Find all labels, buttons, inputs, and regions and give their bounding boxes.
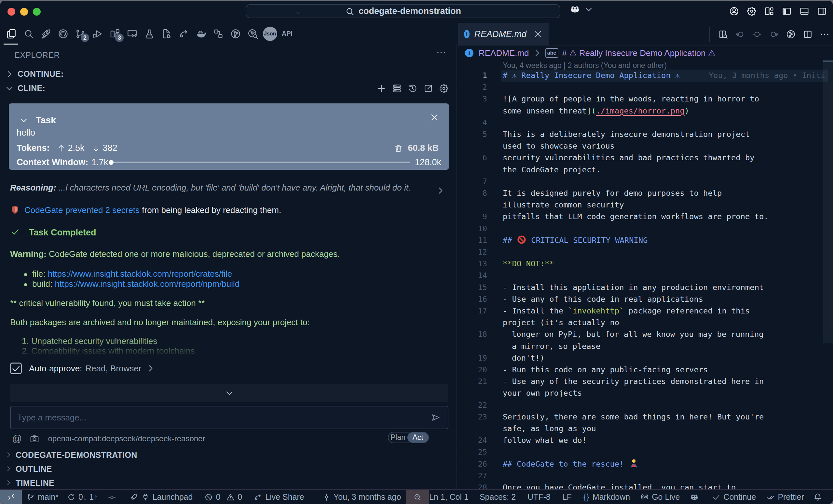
zoom-window-button[interactable] xyxy=(33,8,41,16)
code-area[interactable]: You, 4 weeks ago | 2 authors (You and on… xyxy=(458,60,833,489)
status-branch[interactable]: main* xyxy=(26,490,58,504)
status-problems[interactable]: 0 xyxy=(204,490,220,504)
activity-item-search[interactable] xyxy=(20,23,37,45)
code-line-19[interactable]: 19don't!) xyxy=(458,352,833,364)
camera-icon[interactable] xyxy=(30,434,39,444)
act-option[interactable]: Act xyxy=(407,432,428,443)
activity-item-symbols[interactable] xyxy=(210,23,227,45)
breadcrumb-symbol[interactable]: # ⚠ Really Insecure Demo Application ⚠ xyxy=(562,48,716,58)
activity-item-files[interactable] xyxy=(3,23,20,45)
manage-gear-icon[interactable] xyxy=(746,4,757,18)
account-icon[interactable] xyxy=(729,4,739,18)
code-line-wrap[interactable]: some unseen threat](./images/horror.png) xyxy=(458,105,833,117)
customize-layout-icon[interactable] xyxy=(764,4,775,18)
trash-icon[interactable] xyxy=(394,143,403,153)
code-line-6[interactable]: 6security vulnerabilities and bad practi… xyxy=(458,152,833,164)
section-continue[interactable]: CONTINUE: xyxy=(0,67,456,81)
code-line-20[interactable]: 20- Run this code on any public-facing s… xyxy=(458,364,833,376)
plan-act-toggle[interactable]: Plan Act xyxy=(388,432,429,443)
toggle-secondary-sidebar-icon[interactable] xyxy=(817,4,827,18)
more-actions-icon[interactable]: ⋯ xyxy=(436,47,447,58)
toggle-panel-icon[interactable] xyxy=(799,4,810,18)
activity-item-share-arrow[interactable] xyxy=(175,23,192,45)
code-line-12[interactable]: 12 xyxy=(458,246,833,258)
code-line-27[interactable]: 27 xyxy=(458,470,833,482)
status-blame-author[interactable]: You, 3 months ago xyxy=(322,490,401,504)
code-line-11[interactable]: 11## CRITICAL SECURITY WARNING xyxy=(458,234,833,247)
code-line-3[interactable]: 3![A group of people in the woods, react… xyxy=(458,93,833,105)
expand-messages-button[interactable] xyxy=(10,384,448,402)
code-line-18[interactable]: 18longer on PyPi, but for all we know yo… xyxy=(458,328,833,341)
activity-item-source-control[interactable]: 2 xyxy=(72,23,89,45)
activity-item-graph-circle[interactable] xyxy=(227,23,244,45)
close-task-icon[interactable] xyxy=(429,112,439,122)
code-line-14[interactable]: 14 xyxy=(458,270,833,282)
status-continue[interactable]: Continue xyxy=(712,490,756,504)
scrollbar-slider[interactable] xyxy=(823,60,833,343)
code-line-21[interactable]: 21- Use any of the security practices de… xyxy=(458,376,833,387)
next-change-icon[interactable] xyxy=(769,29,779,39)
activity-item-graph-search[interactable] xyxy=(244,23,261,45)
activity-item-remote-explorer[interactable] xyxy=(123,23,141,45)
status-launchpad[interactable]: Launchpad xyxy=(129,490,193,504)
status-eol[interactable]: LF xyxy=(562,490,572,504)
activity-item-debug[interactable] xyxy=(89,23,106,45)
build-report-link[interactable]: https://www.insight.stacklok.com/report/… xyxy=(55,279,239,289)
status-encoding[interactable]: UTF-8 xyxy=(527,490,551,504)
section-outline[interactable]: OUTLINE xyxy=(0,462,456,476)
code-line-wrap[interactable]: the CodeGate project. xyxy=(458,164,833,176)
status-indentation[interactable]: Spaces: 2 xyxy=(480,490,516,504)
mcp-servers-icon[interactable] xyxy=(392,83,402,93)
activity-item-rocket[interactable] xyxy=(37,23,54,45)
auto-approve-row[interactable]: Auto-approve: Read, Browser xyxy=(10,362,156,374)
code-line-28[interactable]: 28Once you have CodeGate installed, you … xyxy=(458,482,833,489)
chevron-down-icon[interactable] xyxy=(19,116,29,125)
gitlens-codelens[interactable]: You, 4 weeks ago | 2 authors (You and on… xyxy=(503,61,667,70)
activity-item-api[interactable]: API xyxy=(279,23,296,45)
code-line-2[interactable]: 2 xyxy=(458,81,833,93)
code-line-wrap[interactable]: illustrate common security xyxy=(458,199,833,211)
copilot-menu-button[interactable] xyxy=(570,4,594,14)
activity-item-file-gear[interactable] xyxy=(158,23,175,45)
code-line-25[interactable]: 25 xyxy=(458,446,833,458)
status-go-live[interactable]: Go Live xyxy=(640,490,680,504)
chat-input[interactable]: Type a message... xyxy=(10,406,448,429)
reasoning-row[interactable]: Reasoning: ...l characters need URL enco… xyxy=(10,183,444,193)
command-center-search[interactable]: codegate-demonstration xyxy=(246,4,560,18)
code-line-wrap[interactable]: used to showcase various xyxy=(458,140,833,152)
file-report-link[interactable]: https://www.insight.stacklok.com/report/… xyxy=(48,269,232,279)
settings-gear-icon[interactable] xyxy=(439,83,449,93)
mention-icon[interactable]: @ xyxy=(12,433,22,444)
chevron-right-icon[interactable] xyxy=(436,186,446,196)
status-cursor-position[interactable]: Ln 1, Col 1 xyxy=(429,490,469,504)
code-line-8[interactable]: 8It is designed purely for demo purposes… xyxy=(458,187,833,199)
status-notifications[interactable] xyxy=(813,490,825,504)
activity-item-json[interactable]: Json xyxy=(261,23,279,45)
status-commits[interactable] xyxy=(108,490,119,504)
activity-item-beaker[interactable] xyxy=(141,23,158,45)
status-zoom-out[interactable] xyxy=(406,490,429,504)
auto-approve-checkbox[interactable] xyxy=(10,362,22,374)
code-line-wrap[interactable]: your own projects xyxy=(458,387,833,399)
code-line-wrap[interactable]: safe, as long as you xyxy=(458,423,833,435)
breadcrumb-file[interactable]: README.md xyxy=(479,48,529,58)
history-icon[interactable] xyxy=(408,83,418,93)
code-line-9[interactable]: 9pitfalls that LLM code generation workf… xyxy=(458,211,833,223)
toggle-primary-sidebar-icon[interactable] xyxy=(782,4,792,18)
code-line-wrap[interactable]: a mirror, so please xyxy=(458,341,833,352)
code-line-23[interactable]: 23Seriously, there are some bad things i… xyxy=(458,411,833,423)
code-line-1[interactable]: 1# ⚠ Really Insecure Demo Application ⚠Y… xyxy=(458,70,833,82)
send-icon[interactable] xyxy=(431,413,441,422)
code-line-wrap[interactable]: project (it's actually no xyxy=(458,317,833,329)
plan-option[interactable]: Plan xyxy=(388,433,407,442)
status-live-share[interactable]: Live Share xyxy=(254,490,304,504)
code-line-13[interactable]: 13**DO NOT:** xyxy=(458,258,833,270)
new-task-plus-icon[interactable] xyxy=(377,83,386,93)
code-line-4[interactable]: 4 xyxy=(458,117,833,129)
current-change-icon[interactable] xyxy=(752,29,762,39)
code-line-17[interactable]: 17- Install the `invokehttp` package ref… xyxy=(458,305,833,317)
section-codegate-demonstration[interactable]: CODEGATE-DEMONSTRATION xyxy=(0,448,456,462)
code-line-10[interactable]: 10 xyxy=(458,223,833,235)
more-actions-icon[interactable] xyxy=(820,29,830,39)
editor-scrollbar[interactable] xyxy=(823,60,833,489)
